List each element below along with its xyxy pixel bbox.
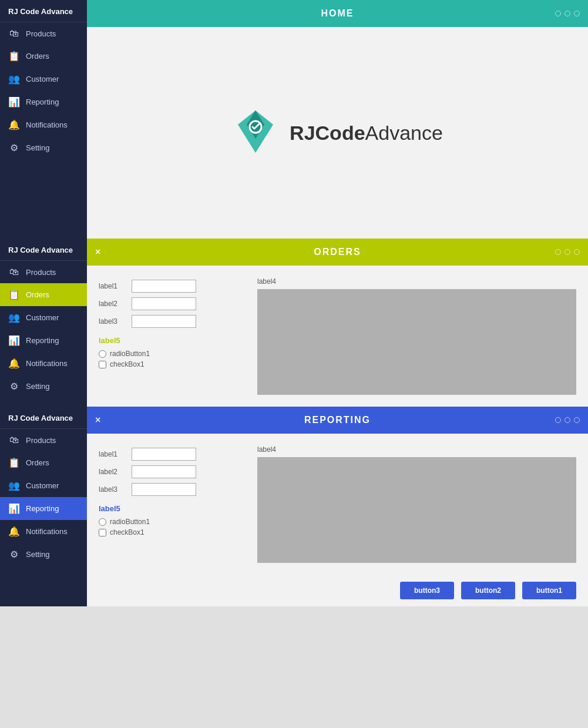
reporting-icon: 📊 bbox=[8, 503, 20, 514]
sidebar-brand: RJ Code Advance bbox=[0, 407, 87, 429]
preview-box bbox=[257, 289, 576, 395]
sidebar-item-orders[interactable]: 📋Orders bbox=[0, 283, 87, 306]
logo-text: RJCodeAdvance bbox=[290, 122, 443, 145]
logo-area: RJCodeAdvance bbox=[232, 108, 443, 157]
sidebar-item-orders[interactable]: 📋Orders bbox=[0, 45, 87, 68]
sidebar-item-reporting[interactable]: 📊Reporting bbox=[0, 90, 87, 113]
notifications-icon: 🔔 bbox=[8, 526, 20, 537]
sidebar-label-customer: Customer bbox=[26, 481, 59, 490]
sidebar-label-products: Products bbox=[26, 268, 56, 277]
products-icon: 🛍 bbox=[8, 28, 20, 39]
field-label-0: label1 bbox=[99, 282, 127, 290]
sidebar-item-setting[interactable]: ⚙Setting bbox=[0, 375, 87, 398]
setting-icon: ⚙ bbox=[8, 381, 20, 392]
form-area: label1label2label3label5radioButton1chec… bbox=[87, 266, 251, 407]
field-input-0[interactable] bbox=[132, 280, 196, 293]
close-icon[interactable]: × bbox=[95, 247, 102, 257]
label5: label5 bbox=[99, 504, 240, 513]
field-input-2[interactable] bbox=[132, 483, 196, 496]
field-label-1: label2 bbox=[99, 468, 127, 476]
radio-button1[interactable] bbox=[99, 518, 106, 526]
header-title: HOME bbox=[321, 8, 354, 19]
radio-button1[interactable] bbox=[99, 350, 106, 358]
sidebar-label-customer: Customer bbox=[26, 313, 59, 322]
sidebar-brand: RJ Code Advance bbox=[0, 239, 87, 261]
btn3-button[interactable]: button3 bbox=[400, 582, 454, 599]
field-input-1[interactable] bbox=[132, 297, 196, 310]
radio-row: radioButton1 bbox=[99, 518, 240, 526]
check-row: checkBox1 bbox=[99, 528, 240, 536]
sidebar-label-reporting: Reporting bbox=[26, 504, 59, 513]
sidebar-item-notifications[interactable]: 🔔Notifications bbox=[0, 352, 87, 375]
header-bar: HOME bbox=[87, 0, 588, 27]
form-row-1: label2 bbox=[99, 297, 240, 310]
preview-box bbox=[257, 457, 576, 563]
field-input-2[interactable] bbox=[132, 315, 196, 328]
btn2-button[interactable]: button2 bbox=[461, 582, 515, 599]
sidebar-item-customer[interactable]: 👥Customer bbox=[0, 474, 87, 497]
window-control-dot[interactable] bbox=[574, 249, 580, 255]
window-control-dot[interactable] bbox=[565, 249, 570, 255]
checkbox1[interactable] bbox=[99, 361, 106, 368]
window-control-dot[interactable] bbox=[574, 11, 580, 16]
form-area: label1label2label3label5radioButton1chec… bbox=[87, 434, 251, 575]
products-icon: 🛍 bbox=[8, 435, 20, 445]
label5: label5 bbox=[99, 336, 240, 345]
window-control-dot[interactable] bbox=[555, 11, 561, 16]
home-content: RJCodeAdvance bbox=[87, 27, 588, 239]
radio-label: radioButton1 bbox=[110, 518, 150, 526]
orders-icon: 📋 bbox=[8, 51, 20, 62]
panel-orders: RJ Code Advance🛍Products📋Orders👥Customer… bbox=[0, 239, 588, 407]
check-label: checkBox1 bbox=[110, 528, 145, 536]
notifications-icon: 🔔 bbox=[8, 119, 20, 130]
sidebar-label-setting: Setting bbox=[26, 382, 49, 391]
window-control-dot[interactable] bbox=[555, 417, 561, 423]
notifications-icon: 🔔 bbox=[8, 358, 20, 369]
sidebar-item-setting[interactable]: ⚙Setting bbox=[0, 543, 87, 566]
field-label-2: label3 bbox=[99, 317, 127, 326]
header-bar: ×ORDERS bbox=[87, 239, 588, 266]
field-input-1[interactable] bbox=[132, 465, 196, 478]
sidebar-item-customer[interactable]: 👥Customer bbox=[0, 68, 87, 90]
sidebar-item-notifications[interactable]: 🔔Notifications bbox=[0, 520, 87, 543]
field-input-0[interactable] bbox=[132, 448, 196, 461]
window-control-dot[interactable] bbox=[565, 11, 570, 16]
sidebar-item-notifications[interactable]: 🔔Notifications bbox=[0, 113, 87, 136]
sidebar-brand: RJ Code Advance bbox=[0, 0, 87, 22]
sidebar-label-reporting: Reporting bbox=[26, 336, 59, 345]
reporting-icon: 📊 bbox=[8, 96, 20, 108]
window-control-dot[interactable] bbox=[574, 417, 580, 423]
sidebar-label-notifications: Notifications bbox=[26, 527, 68, 536]
window-controls bbox=[555, 417, 580, 423]
orders-icon: 📋 bbox=[8, 289, 20, 300]
checkbox1[interactable] bbox=[99, 529, 106, 536]
products-icon: 🛍 bbox=[8, 267, 20, 277]
sidebar-item-products[interactable]: 🛍Products bbox=[0, 429, 87, 451]
sidebar-label-customer: Customer bbox=[26, 75, 59, 83]
setting-icon: ⚙ bbox=[8, 142, 20, 153]
sidebar-label-setting: Setting bbox=[26, 550, 49, 559]
btn1-button[interactable]: button1 bbox=[522, 582, 576, 599]
sidebar-item-reporting[interactable]: 📊Reporting bbox=[0, 497, 87, 520]
preview-area: label4 bbox=[251, 266, 588, 407]
sidebar-item-products[interactable]: 🛍Products bbox=[0, 261, 87, 283]
sidebar-item-products[interactable]: 🛍Products bbox=[0, 22, 87, 45]
sidebar-label-notifications: Notifications bbox=[26, 120, 68, 129]
orders-icon: 📋 bbox=[8, 457, 20, 468]
form-row-2: label3 bbox=[99, 483, 240, 496]
close-icon[interactable]: × bbox=[95, 415, 102, 425]
sidebar-item-orders[interactable]: 📋Orders bbox=[0, 451, 87, 474]
sidebar-label-notifications: Notifications bbox=[26, 359, 68, 368]
radio-label: radioButton1 bbox=[110, 350, 150, 358]
window-control-dot[interactable] bbox=[555, 249, 561, 255]
sidebar-item-customer[interactable]: 👥Customer bbox=[0, 306, 87, 329]
sidebar-label-setting: Setting bbox=[26, 143, 49, 152]
form-row-2: label3 bbox=[99, 315, 240, 328]
header-bar: ×REPORTING bbox=[87, 407, 588, 434]
sidebar: RJ Code Advance🛍Products📋Orders👥Customer… bbox=[0, 407, 87, 606]
panel-home: RJ Code Advance🛍Products📋Orders👥Customer… bbox=[0, 0, 588, 239]
check-row: checkBox1 bbox=[99, 360, 240, 368]
sidebar-item-reporting[interactable]: 📊Reporting bbox=[0, 329, 87, 352]
window-control-dot[interactable] bbox=[565, 417, 570, 423]
sidebar-item-setting[interactable]: ⚙Setting bbox=[0, 136, 87, 159]
